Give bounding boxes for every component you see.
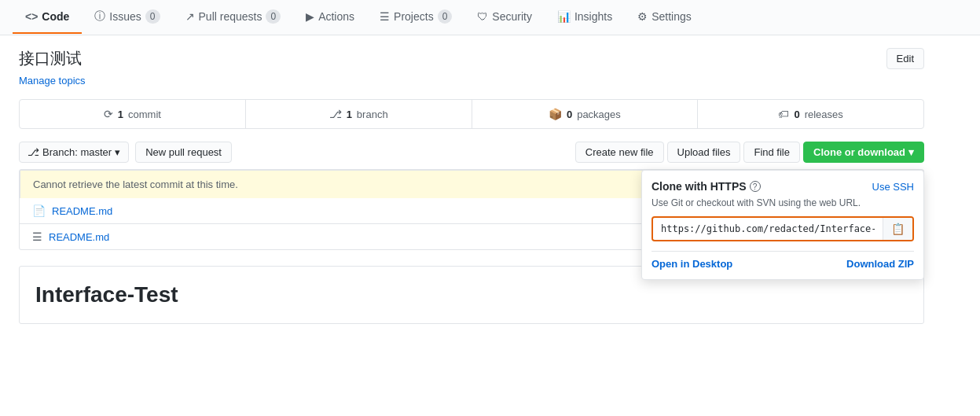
tab-projects[interactable]: ☰ Projects 0 (367, 0, 464, 35)
open-in-desktop-link[interactable]: Open in Desktop (651, 258, 732, 270)
repo-title: 接口测试 (19, 48, 82, 69)
branch-icon: ⎇ (28, 146, 39, 158)
clone-label: Clone or download (813, 146, 905, 158)
issues-icon: ⓘ (94, 9, 105, 24)
commits-icon: ⟳ (104, 108, 113, 120)
clone-chevron-icon: ▾ (908, 146, 914, 158)
readme-icon: ☰ (32, 230, 42, 243)
pull-request-icon: ↗ (185, 10, 195, 23)
releases-stat[interactable]: 🏷 0 releases (698, 100, 923, 128)
settings-icon: ⚙ (637, 10, 648, 23)
find-file-button[interactable]: Find file (743, 142, 800, 163)
download-zip-link[interactable]: Download ZIP (846, 258, 914, 270)
file-name[interactable]: README.md (49, 231, 109, 243)
projects-icon: ☰ (380, 10, 390, 23)
commits-label: commit (128, 109, 161, 120)
file-icon: 📄 (32, 204, 46, 217)
tab-pull-requests[interactable]: ↗ Pull requests 0 (173, 0, 294, 35)
branch-chevron-icon: ▾ (115, 146, 120, 158)
issues-badge: 0 (145, 9, 160, 24)
releases-label: releases (805, 109, 843, 120)
copy-icon: 📋 (891, 223, 905, 235)
clone-description: Use Git or checkout with SVN using the w… (651, 197, 914, 208)
tab-issues[interactable]: ⓘ Issues 0 (82, 0, 172, 35)
actions-icon: ▶ (306, 10, 314, 23)
code-icon: <> (25, 10, 38, 23)
branch-selector[interactable]: ⎇ Branch: master ▾ (19, 142, 129, 163)
action-row: ⎇ Branch: master ▾ New pull request Crea… (19, 142, 924, 163)
releases-count: 0 (794, 109, 799, 120)
commits-stat[interactable]: ⟳ 1 commit (20, 100, 246, 128)
upload-files-button[interactable]: Upload files (667, 142, 741, 163)
branches-count: 1 (347, 109, 352, 120)
tab-security[interactable]: 🛡 Security (464, 1, 545, 34)
clone-title-group: Clone with HTTPS ? (651, 180, 761, 193)
right-actions: Create new file Upload files Find file C… (575, 142, 924, 163)
repo-title-row: 接口测试 Edit (19, 48, 924, 69)
clone-dropdown: Clone with HTTPS ? Use SSH Use Git or ch… (641, 170, 924, 280)
manage-topics-link[interactable]: Manage topics (19, 75, 86, 87)
branches-stat[interactable]: ⎇ 1 branch (246, 100, 472, 128)
new-pull-request-button[interactable]: New pull request (135, 142, 232, 163)
left-actions: ⎇ Branch: master ▾ New pull request (19, 142, 232, 163)
tab-actions[interactable]: ▶ Actions (293, 1, 367, 34)
projects-badge: 0 (438, 9, 453, 24)
help-icon[interactable]: ? (750, 181, 761, 192)
readme-title: Interface-Test (35, 282, 908, 307)
use-ssh-link[interactable]: Use SSH (872, 181, 914, 193)
releases-icon: 🏷 (778, 108, 789, 120)
packages-icon: 📦 (549, 108, 562, 120)
repo-nav: <> Code ⓘ Issues 0 ↗ Pull requests 0 ▶ A… (0, 0, 980, 35)
clone-or-download-button[interactable]: Clone or download ▾ (803, 142, 924, 163)
copy-url-button[interactable]: 📋 (883, 218, 912, 240)
tab-settings[interactable]: ⚙ Settings (625, 1, 704, 34)
packages-label: packages (577, 109, 621, 120)
branches-label: branch (357, 109, 388, 120)
warning-text: Cannot retrieve the latest commit at thi… (33, 179, 238, 190)
stats-bar: ⟳ 1 commit ⎇ 1 branch 📦 0 packages 🏷 0 r… (19, 99, 924, 129)
pr-badge: 0 (266, 9, 281, 24)
clone-url-row: 📋 (651, 216, 914, 241)
clone-dropdown-header: Clone with HTTPS ? Use SSH (651, 180, 914, 193)
insights-icon: 📊 (557, 10, 571, 23)
packages-stat[interactable]: 📦 0 packages (472, 100, 699, 128)
clone-url-input[interactable] (653, 219, 883, 239)
create-new-file-button[interactable]: Create new file (575, 142, 664, 163)
clone-dropdown-actions: Open in Desktop Download ZIP (651, 251, 914, 270)
tab-code[interactable]: <> Code (13, 1, 82, 34)
packages-count: 0 (567, 109, 572, 120)
repo-content: 接口测试 Edit Manage topics ⟳ 1 commit ⎇ 1 b… (0, 35, 943, 337)
commits-count: 1 (118, 109, 123, 120)
tab-insights[interactable]: 📊 Insights (545, 1, 625, 34)
clone-dropdown-title: Clone with HTTPS (651, 180, 747, 193)
security-icon: 🛡 (477, 10, 488, 23)
file-name[interactable]: README.md (52, 205, 112, 217)
edit-button[interactable]: Edit (886, 48, 924, 69)
branches-icon: ⎇ (329, 108, 342, 120)
branch-label: Branch: master (42, 146, 112, 158)
